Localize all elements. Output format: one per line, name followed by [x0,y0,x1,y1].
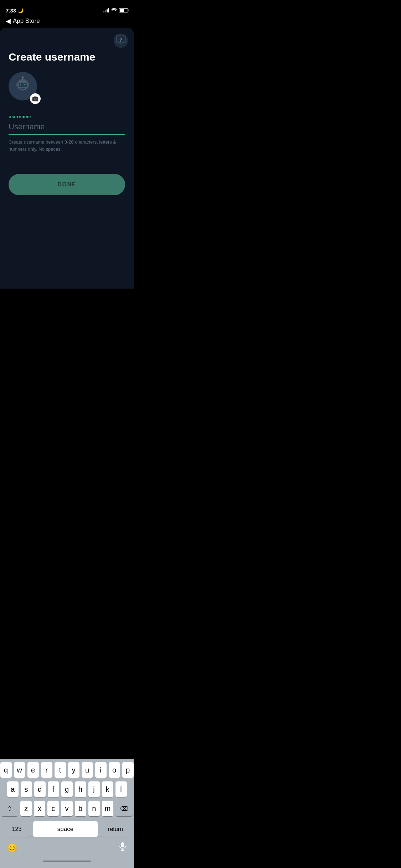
avatar-container[interactable] [9,72,41,104]
signal-bar-2 [105,10,106,12]
page-title: Create username [9,51,125,63]
back-arrow-icon: ◀ [6,17,11,25]
status-bar: 7:33 🌙 [0,0,134,16]
svg-point-14 [35,99,36,100]
svg-rect-11 [16,83,18,86]
done-button[interactable]: DONE [9,174,125,195]
signal-bar-3 [107,9,108,12]
wifi-icon [111,7,117,13]
svg-point-4 [22,77,24,78]
help-button[interactable]: ? [114,33,128,48]
app-content: ? Create username [0,28,134,289]
status-left: 7:33 🌙 [6,7,24,14]
status-right [103,7,128,13]
camera-icon [32,96,38,102]
app-store-nav[interactable]: ◀ App Store [0,16,134,28]
svg-rect-10 [20,88,25,89]
svg-text:?: ? [119,37,122,43]
svg-point-9 [24,84,26,86]
username-input[interactable] [9,122,125,131]
signal-bars [103,8,109,12]
signal-bar-4 [108,8,109,12]
signal-bar-1 [103,11,104,12]
username-input-container[interactable] [9,122,125,135]
svg-rect-12 [27,83,29,86]
battery-fill [120,9,124,12]
robot-avatar-svg [13,76,33,96]
field-label: username [9,114,125,119]
battery-icon [119,8,128,12]
status-time: 7:33 [6,7,16,14]
input-hint: Create username between 3-20 characters,… [9,139,125,153]
app-store-label: App Store [13,17,40,25]
camera-badge[interactable] [30,93,41,104]
moon-icon: 🌙 [18,8,24,13]
svg-point-7 [20,84,21,86]
